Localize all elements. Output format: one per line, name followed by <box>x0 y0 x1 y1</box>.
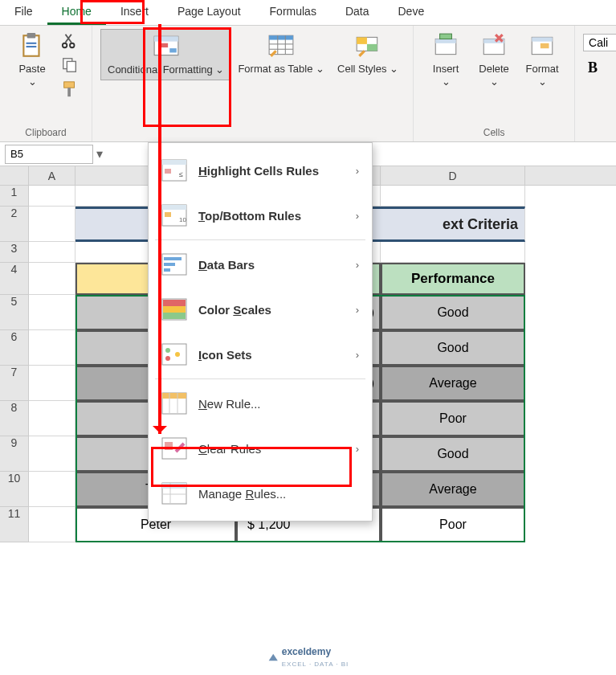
annotation-arrow <box>158 24 161 434</box>
name-box[interactable] <box>5 145 93 164</box>
conditional-formatting-button[interactable]: Conditional Formatting ⌄ <box>100 29 231 80</box>
format-cells-icon <box>528 32 556 59</box>
tab-page-layout[interactable]: Page Layout <box>163 0 255 25</box>
insert-cells-button[interactable]: Insert⌄ <box>422 29 470 91</box>
svg-rect-45 <box>163 306 186 313</box>
tab-developer[interactable]: Deve <box>384 0 439 25</box>
menu-separator <box>155 378 365 379</box>
delete-cells-button[interactable]: Delete⌄ <box>470 29 518 91</box>
chevron-right-icon: › <box>356 259 359 271</box>
row-header[interactable]: 5 <box>0 295 29 330</box>
svg-rect-42 <box>164 268 170 272</box>
highlight-cells-icon: ≤ <box>161 159 187 182</box>
svg-rect-32 <box>162 160 186 165</box>
menu-label: Icon Sets <box>198 348 345 362</box>
svg-text:≤: ≤ <box>179 170 183 178</box>
manage-rules-icon <box>161 482 187 505</box>
chevron-right-icon: › <box>356 210 359 222</box>
menu-clear-rules[interactable]: Clear Rules› <box>149 426 372 471</box>
cell[interactable]: Average <box>381 472 525 507</box>
row-header[interactable]: 2 <box>0 207 29 242</box>
group-clipboard-label: Clipboard <box>25 125 66 140</box>
tab-data[interactable]: Data <box>331 0 384 25</box>
row-header[interactable]: 7 <box>0 366 29 401</box>
menu-color-scales[interactable]: Color Scales› <box>149 287 372 332</box>
tab-formulas[interactable]: Formulas <box>255 0 331 25</box>
group-clipboard: Paste ⌄ Clipboard <box>0 26 92 141</box>
menu-new-rule[interactable]: New Rule... <box>149 381 372 426</box>
format-cells-button[interactable]: Format⌄ <box>518 29 566 91</box>
table-header[interactable]: Performance <box>381 263 525 295</box>
cell[interactable]: Poor <box>381 401 525 436</box>
group-cells: Insert⌄ Delete⌄ Format⌄ Cells <box>414 26 575 141</box>
menu-separator <box>155 239 365 240</box>
font-name-combo[interactable]: Cali <box>583 34 616 51</box>
row-header[interactable]: 11 <box>0 507 29 542</box>
insert-cells-icon <box>432 32 459 59</box>
group-font: Cali B <box>575 26 616 141</box>
svg-rect-46 <box>163 313 186 319</box>
tab-file[interactable]: File <box>0 0 47 25</box>
row-header[interactable]: 1 <box>0 186 29 207</box>
select-all-corner[interactable] <box>0 166 29 185</box>
name-box-chevron[interactable]: ▾ <box>96 146 103 162</box>
cell[interactable]: Average <box>381 366 525 401</box>
svg-rect-15 <box>269 35 293 39</box>
cell[interactable]: Good <box>381 295 525 330</box>
top-bottom-icon: 10 <box>161 204 187 227</box>
icon-sets-icon <box>161 343 187 366</box>
svg-point-5 <box>70 43 75 48</box>
svg-rect-24 <box>435 39 456 43</box>
cell[interactable]: Poor <box>381 507 525 542</box>
col-header-a[interactable]: A <box>29 166 75 185</box>
menu-top-bottom-rules[interactable]: 10 Top/Bottom Rules› <box>149 193 372 238</box>
row-header[interactable]: 3 <box>0 242 29 263</box>
svg-rect-41 <box>164 263 175 266</box>
bold-button[interactable]: B <box>583 59 598 76</box>
delete-cells-label: Delete⌄ <box>479 63 509 88</box>
row-header[interactable]: 9 <box>0 436 29 472</box>
cell-styles-icon <box>354 32 381 59</box>
svg-rect-2 <box>27 43 37 44</box>
format-as-table-button[interactable]: Format as Table ⌄ <box>231 29 331 79</box>
menu-icon-sets[interactable]: Icon Sets› <box>149 332 372 377</box>
svg-rect-29 <box>532 37 553 41</box>
paste-button[interactable]: Paste ⌄ <box>8 29 56 91</box>
paste-chevron: ⌄ <box>28 76 37 88</box>
format-painter-icon[interactable] <box>61 80 79 98</box>
svg-rect-7 <box>67 61 75 72</box>
insert-cells-label: Insert⌄ <box>433 63 459 88</box>
cut-icon[interactable] <box>61 32 79 50</box>
cell[interactable]: Good <box>381 330 525 366</box>
tab-insert[interactable]: Insert <box>106 0 163 25</box>
menu-data-bars[interactable]: Data Bars› <box>149 242 372 287</box>
svg-rect-1 <box>27 33 36 38</box>
svg-rect-33 <box>165 169 171 174</box>
svg-point-50 <box>175 352 180 357</box>
copy-icon[interactable] <box>61 56 79 74</box>
row-header[interactable]: 10 <box>0 472 29 507</box>
menu-manage-rules[interactable]: Manage Rules... <box>149 471 372 516</box>
watermark-tagline: EXCEL · DATA · BI <box>282 661 349 668</box>
menu-label: Data Bars <box>198 258 345 272</box>
menu-highlight-cells-rules[interactable]: ≤ Highlight Cells Rules› <box>149 148 372 193</box>
data-bars-icon <box>161 253 187 276</box>
svg-point-48 <box>165 348 170 353</box>
menu-label: New Rule... <box>198 397 359 411</box>
row-header[interactable]: 6 <box>0 330 29 366</box>
color-scales-icon <box>161 298 187 321</box>
svg-rect-22 <box>367 44 377 51</box>
watermark: exceldemyEXCEL · DATA · BI <box>267 646 349 669</box>
conditional-formatting-menu: ≤ Highlight Cells Rules› 10 Top/Bottom R… <box>148 142 373 522</box>
cell-styles-button[interactable]: Cell Styles ⌄ <box>331 29 405 79</box>
row-header[interactable]: 8 <box>0 401 29 436</box>
svg-point-49 <box>165 356 170 361</box>
row-header[interactable]: 4 <box>0 263 29 295</box>
cell[interactable]: Good <box>381 436 525 472</box>
svg-rect-9 <box>67 88 71 96</box>
menu-label: Highlight Cells Rules <box>198 164 345 178</box>
chevron-right-icon: › <box>356 304 359 316</box>
tab-home[interactable]: Home <box>47 0 106 25</box>
col-header-d[interactable]: D <box>381 166 525 185</box>
svg-rect-36 <box>162 205 186 210</box>
